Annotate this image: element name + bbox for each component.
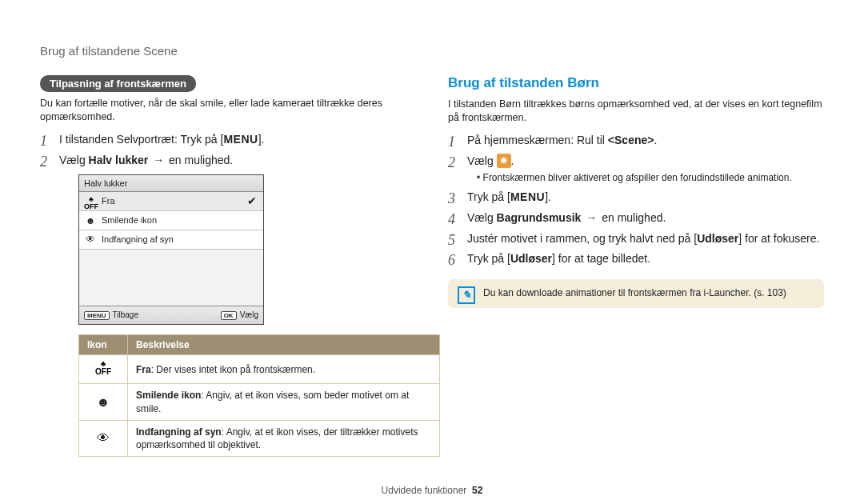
section-pill: Tilpasning af frontskærmen	[40, 75, 196, 92]
eye-icon: 👁	[84, 234, 97, 245]
table-row: ♣OFF Fra: Der vises intet ikon på fronts…	[79, 354, 440, 384]
device-menu-screenshot: Halv lukker ♣OFF Fra ☻ Smilende ikon 👁 I…	[78, 174, 264, 325]
step-6: Tryk på [Udløser] for at tage billedet.	[448, 251, 824, 266]
document-page: Brug af tilstandene Scene Tilpasning af …	[0, 0, 864, 504]
mock-item-label: Fra	[102, 195, 115, 207]
off-icon: ♣OFF	[79, 354, 128, 384]
mock-ok: OKVælg	[221, 310, 258, 321]
table-row: 👁 Indfangning af syn: Angiv, at et ikon …	[79, 420, 440, 456]
step-1: I tilstanden Selvportræt: Tryk på [MENU]…	[40, 132, 416, 147]
th-icon: Ikon	[79, 334, 128, 354]
info-icon: ✎	[458, 286, 475, 304]
mock-item-smilende: ☻ Smilende ikon	[79, 211, 263, 230]
page-footer: Udvidede funktioner 52	[40, 478, 824, 504]
menu-token: MENU	[510, 190, 545, 203]
mock-back: MENUTilbage	[84, 310, 138, 321]
section-heading: Brug af tilstanden Børn	[448, 75, 824, 91]
page-header: Brug af tilstandene Scene	[40, 44, 824, 58]
step-5: Justér motivet i rammen, og tryk halvt n…	[448, 231, 824, 246]
table-row: ☻ Smilende ikon: Angiv, at et ikon vises…	[79, 384, 440, 420]
step-2: Vælg Halv lukker → en mulighed. Halv luk…	[40, 153, 416, 458]
children-mode-icon	[497, 154, 511, 168]
footer-section: Udvidede funktioner	[382, 485, 467, 496]
page-number: 52	[472, 485, 482, 496]
right-column: Brug af tilstanden Børn I tilstanden Bør…	[448, 75, 824, 478]
step-4: Vælg Bagrundsmusik → en mulighed.	[448, 210, 824, 226]
step-1: På hjemmeskærmen: Rul til <Scene>.	[448, 133, 824, 148]
intro-text: I tilstanden Børn tiltrækkes børns opmær…	[448, 98, 824, 125]
sub-note: Frontskærmen bliver aktiveret og afspill…	[477, 171, 824, 184]
mock-footer: MENUTilbage OKVælg	[79, 306, 263, 324]
left-steps: I tilstanden Selvportræt: Tryk på [MENU]…	[40, 132, 416, 457]
smile-icon: ☻	[79, 384, 128, 420]
eye-icon: 👁	[79, 420, 128, 456]
mock-item-fra: ♣OFF Fra	[79, 192, 263, 211]
menu-token: MENU	[223, 133, 258, 146]
th-desc: Beskrivelse	[128, 334, 440, 354]
mock-item-indfangning: 👁 Indfangning af syn	[79, 230, 263, 250]
step-3: Tryk på [MENU].	[448, 190, 824, 205]
mock-title: Halv lukker	[79, 175, 263, 193]
step-2: Vælg . Frontskærmen bliver aktiveret og …	[448, 154, 824, 184]
smile-icon: ☻	[84, 215, 97, 226]
intro-text: Du kan fortælle motiver, når de skal smi…	[40, 97, 416, 124]
mock-item-label: Smilende ikon	[102, 214, 157, 226]
two-column-layout: Tilpasning af frontskærmen Du kan fortæl…	[40, 75, 824, 478]
step-2-sub: Frontskærmen bliver aktiveret og afspill…	[477, 171, 824, 184]
note-text: Du kan downloade animationer til frontsk…	[483, 287, 786, 298]
info-note: ✎ Du kan downloade animationer til front…	[448, 279, 824, 308]
icon-description-table: Ikon Beskrivelse ♣OFF Fra: Der vises int…	[78, 334, 440, 458]
off-icon: ♣OFF	[84, 196, 97, 207]
right-steps: På hjemmeskærmen: Rul til <Scene>. Vælg …	[448, 133, 824, 267]
mock-empty-area	[79, 250, 263, 306]
mock-item-label: Indfangning af syn	[102, 234, 174, 246]
left-column: Tilpasning af frontskærmen Du kan fortæl…	[40, 75, 416, 478]
